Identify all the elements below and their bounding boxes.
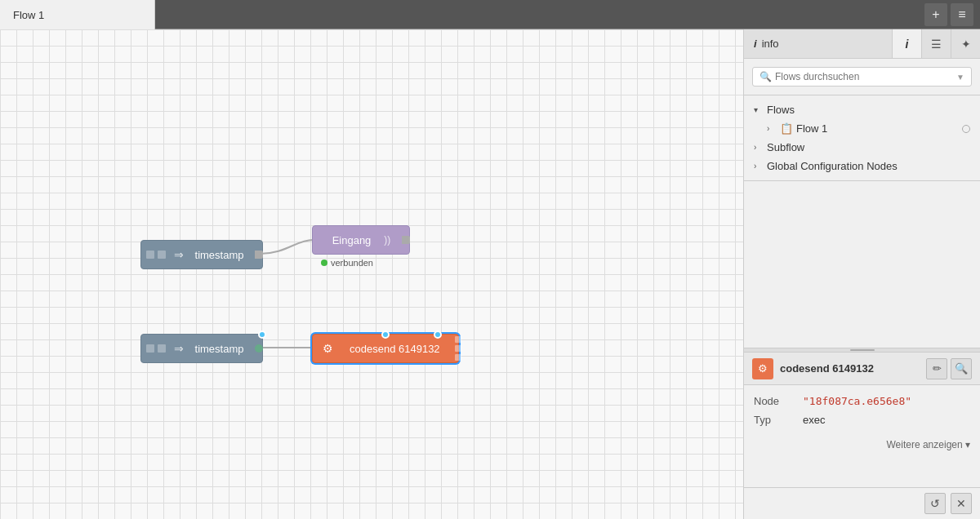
eingang-node[interactable]: Eingang )) [312,225,410,255]
typ-val: exec [803,414,825,426]
node-row-node: Node "18f087ca.e656e8" [754,392,970,410]
arrow-icon-2: ⇒ [174,342,184,355]
global-config-label: Global Configuration Nodes [767,160,898,172]
node-info-panel: ⚙ codesend 6149132 ✏ 🔍 Node "18f087ca.e6… [744,353,980,519]
codesend-right-ports [455,336,461,361]
port-left-ts2-2 [158,344,166,353]
panel-bottom-actions: ↺ ✕ [744,487,980,519]
info-search-area: 🔍 ▼ [744,59,980,95]
weiteres-label: Weitere anzeigen ▾ [886,439,970,450]
node-key: Node [754,395,803,407]
node-search-button[interactable]: 🔍 [951,358,972,379]
port-r1[interactable] [455,336,461,343]
codesend-node[interactable]: ⚙ codesend 6149132 [312,334,459,363]
gear-icon-codesend: ⚙ [323,342,333,355]
search-icon: 🔍 [760,71,772,82]
flows-chevron: ▾ [754,105,764,114]
typ-key: Typ [754,414,803,426]
timestamp-node-2[interactable]: ⇒ timestamp [140,334,263,363]
tree-section: ▾ Flows › 📋 Flow 1 › Subflow › Global Co… [744,95,980,181]
port-dot-ts2-top[interactable] [258,330,266,339]
canvas-area[interactable]: ⇒ timestamp Eingang )) verbunden [0,29,743,519]
tab-flow1-label: Flow 1 [13,9,44,21]
tree-subflow[interactable]: › Subflow [744,138,980,157]
flow1-chevron: › [767,124,777,133]
port-dot-codesend-topright[interactable] [434,330,442,339]
arrow-icon-1: ⇒ [174,248,184,261]
panel-tabs: i ☰ ✦ [892,29,980,58]
search-input[interactable] [775,71,953,82]
refresh-icon: ↺ [930,497,940,510]
node-info-table: Node "18f087ca.e656e8" Typ exec [744,385,980,436]
eingang-status-label: verbunden [331,258,373,268]
tab-list-icon: ☰ [931,38,942,51]
codesend-label: codesend 6149132 [341,343,448,355]
info-icon-label: i [754,38,757,50]
node-info-actions: ✏ 🔍 [926,358,972,379]
right-panel: i info i ☰ ✦ 🔍 ▼ [743,29,980,519]
panel-title-area: i info [744,29,892,58]
tree-flow1[interactable]: › 📋 Flow 1 [757,119,980,138]
node-edit-button[interactable]: ✏ [926,358,947,379]
weiteres-link[interactable]: Weitere anzeigen ▾ [744,436,980,454]
timestamp1-label: timestamp [187,249,252,261]
edit-icon: ✏ [933,362,942,375]
timestamp-node-1[interactable]: ⇒ timestamp [140,240,263,269]
add-flow-button[interactable]: + [924,3,947,26]
tab-info-icon: i [906,38,909,51]
tab-empty [155,0,918,29]
port-left-ts2-1 [146,344,154,353]
panel-top-header: i info i ☰ ✦ [744,29,980,59]
node-val: "18f087ca.e656e8" [803,395,911,407]
panel-title: info [762,38,779,50]
port-left-1 [146,251,154,259]
close-button[interactable]: ✕ [951,493,972,514]
node-row-typ: Typ exec [754,410,970,429]
refresh-button[interactable]: ↺ [924,493,946,514]
gear-icon-info: ⚙ [758,362,768,375]
tab-settings-icon: ✦ [961,38,971,51]
panel-tab-info[interactable]: i [892,29,921,58]
subflow-label: Subflow [767,141,804,153]
port-right-eingang[interactable] [402,236,410,244]
port-right-ts2[interactable] [255,344,263,353]
node-info-header: ⚙ codesend 6149132 ✏ 🔍 [744,353,980,385]
status-dot-eingang [321,260,327,266]
close-icon: ✕ [956,497,966,510]
port-r3[interactable] [455,354,461,361]
panel-tab-settings[interactable]: ✦ [951,29,980,58]
tree-spacer [744,181,980,348]
flows-label: Flows [767,104,795,116]
tab-flow1[interactable]: Flow 1 [0,0,155,29]
flow1-icon: 📋 [780,122,793,135]
top-bar: Flow 1 + ≡ [0,0,980,29]
tree-flows[interactable]: ▾ Flows [744,100,980,119]
top-bar-actions: + ≡ [918,0,980,29]
global-chevron: › [754,162,764,171]
eingang-wave-icon: )) [384,234,390,246]
subflow-chevron: › [754,143,764,152]
search-box[interactable]: 🔍 ▼ [752,67,972,86]
timestamp2-label: timestamp [187,343,252,355]
search-dropdown-icon[interactable]: ▼ [956,73,964,82]
node-info-spacer [744,454,980,487]
port-right-ts1[interactable] [255,251,263,259]
flow1-label: Flow 1 [796,122,827,135]
tree-global-config[interactable]: › Global Configuration Nodes [744,157,980,175]
canvas-connections [0,29,743,519]
port-dot-codesend-top[interactable] [381,330,390,339]
port-r2[interactable] [455,345,461,352]
panel-tab-list[interactable]: ☰ [921,29,951,58]
flow1-circle [962,125,970,133]
main-layout: ⇒ timestamp Eingang )) verbunden [0,29,980,519]
eingang-label: Eingang [324,234,380,246]
node-info-title: codesend 6149132 [780,362,920,375]
search-icon-node: 🔍 [955,362,968,375]
port-left-2 [158,251,166,259]
eingang-status: verbunden [321,258,373,268]
flow-list-button[interactable]: ≡ [951,3,973,26]
node-type-icon: ⚙ [752,358,773,379]
